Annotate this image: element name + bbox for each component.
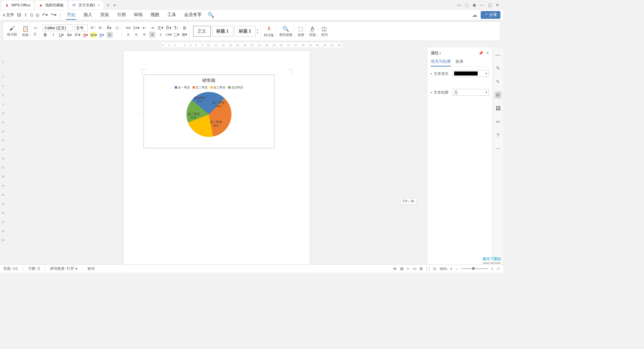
text-direction-icon[interactable]: 文▾ bbox=[157, 25, 163, 31]
align-center-icon[interactable]: ≡ bbox=[133, 32, 139, 38]
zoom-in-icon[interactable]: + bbox=[491, 267, 493, 271]
bullets-icon[interactable]: ⦁≡▾ bbox=[125, 25, 131, 31]
increase-font-icon[interactable]: A⁺ bbox=[90, 25, 96, 31]
tab-fill-outline[interactable]: 填充与轮廓 bbox=[431, 59, 451, 66]
style-h2[interactable]: 标题 2 bbox=[234, 26, 256, 37]
zoom-out-icon[interactable]: − bbox=[455, 267, 458, 271]
menu-page[interactable]: 页面 bbox=[100, 10, 110, 20]
pie-chart[interactable]: 第一季度26% 第二季度35% 第三季度22% 第四季度17% bbox=[186, 92, 231, 137]
text-fill-swatch[interactable]: ▾ bbox=[452, 70, 489, 77]
italic-icon[interactable]: I bbox=[50, 32, 56, 38]
ribbon-format-painter[interactable]: 🖌 格式刷 bbox=[6, 23, 19, 39]
chart-title[interactable]: 销售额 bbox=[147, 78, 271, 84]
menu-review[interactable]: 审阅 bbox=[133, 10, 143, 20]
minimize-icon[interactable]: — bbox=[480, 3, 484, 7]
size-select[interactable] bbox=[74, 24, 88, 31]
underline-icon[interactable]: U▾ bbox=[58, 32, 64, 38]
chart-move-handle[interactable]: ⋮⋮ bbox=[137, 111, 145, 116]
panel-close-icon[interactable]: ✕ bbox=[486, 51, 489, 55]
outline-view-icon[interactable]: ▤ bbox=[400, 266, 404, 271]
ribbon-select[interactable]: ⬚ 选择 bbox=[296, 23, 306, 39]
chart-legend[interactable]: 第一季度 第二季度 第三季度 第四季度 bbox=[147, 86, 271, 90]
line-spacing-icon[interactable]: ↕≡▾ bbox=[165, 32, 171, 38]
tab-menu-icon[interactable]: ▾ bbox=[111, 3, 118, 7]
panel-title-dropdown-icon[interactable]: ▾ bbox=[439, 52, 441, 55]
menu-tools[interactable]: 工具 bbox=[167, 10, 177, 20]
cursor-icon[interactable]: ↖ bbox=[494, 78, 502, 85]
file-menu[interactable]: ≡ 文件 bbox=[3, 12, 14, 18]
style-normal[interactable]: 正文 bbox=[193, 26, 211, 37]
ribbon-find[interactable]: 🔍 查找替换 bbox=[278, 23, 294, 39]
share-button[interactable]: ↗ 分享 bbox=[481, 11, 500, 19]
cut-icon[interactable]: ✂ bbox=[34, 26, 37, 31]
distribute-icon[interactable]: ⫴ bbox=[157, 32, 163, 38]
ribbon-paste[interactable]: 📋 粘贴 bbox=[21, 23, 31, 39]
sort-icon[interactable]: ☰▾ bbox=[165, 25, 171, 31]
expand-icon[interactable]: ▸ bbox=[431, 91, 432, 94]
zoom-label[interactable]: 90% bbox=[440, 267, 447, 271]
ribbon-arrange[interactable]: ◫ 排列 bbox=[320, 23, 329, 39]
page[interactable]: ⋮⋮ 销售额 第一季度 第二季度 第三季度 第四季度 第一季度26% 第二季度3… bbox=[123, 51, 310, 270]
status-page[interactable]: 页面: 1/1 bbox=[3, 266, 18, 271]
reading-view-icon[interactable]: ▷ bbox=[407, 266, 410, 271]
tab-effect[interactable]: 效果 bbox=[455, 59, 464, 66]
save-icon[interactable]: 🖫 bbox=[17, 12, 21, 17]
font-color-icon[interactable]: A▾ bbox=[83, 32, 89, 38]
menu-member[interactable]: 会员专享 bbox=[183, 10, 202, 20]
font-select[interactable] bbox=[42, 24, 72, 31]
status-proof[interactable]: 校对 bbox=[88, 266, 95, 271]
ime-indicator[interactable]: CH ♪ 简 bbox=[400, 198, 417, 205]
web-view-icon[interactable]: ⊞ bbox=[420, 266, 423, 271]
status-spellcheck[interactable]: 拼写检查: 打开 ▾ bbox=[50, 266, 77, 271]
document-canvas[interactable]: ⋮⋮ 销售额 第一季度 第二季度 第三季度 第四季度 第一季度26% 第二季度3… bbox=[6, 48, 427, 270]
highlight-icon[interactable]: ab▾ bbox=[91, 32, 97, 38]
decrease-font-icon[interactable]: A⁻ bbox=[98, 25, 104, 31]
strike-icon[interactable]: S̶▾ bbox=[66, 32, 72, 38]
shading-icon[interactable]: ▢▾ bbox=[173, 32, 179, 38]
settings-icon[interactable]: ⚙ bbox=[494, 91, 502, 99]
status-words[interactable]: 字数: 0 bbox=[28, 266, 40, 271]
superscript-icon[interactable]: X²▾ bbox=[74, 32, 80, 38]
numbering-icon[interactable]: 1≡▾ bbox=[133, 25, 139, 31]
ruler-horizontal[interactable]: 6422468101214161820222426283032343638404… bbox=[6, 42, 497, 48]
redo-icon[interactable]: ↷▾ bbox=[51, 12, 57, 17]
tab-add-button[interactable]: + bbox=[105, 2, 111, 8]
cloud-icon[interactable]: ☁ bbox=[472, 12, 477, 18]
image-icon[interactable]: 🖼 bbox=[494, 105, 502, 112]
style-scroll[interactable]: ▴▾ bbox=[257, 28, 258, 34]
eye-icon[interactable]: 👁 bbox=[393, 267, 397, 271]
ribbon-styleset[interactable]: Ａ 样式集 bbox=[263, 23, 276, 39]
close-window-icon[interactable]: ✕ bbox=[496, 3, 499, 7]
tools-icon[interactable]: ✂ bbox=[494, 118, 502, 126]
tabs-icon[interactable]: ⊞ bbox=[181, 25, 187, 31]
help-icon[interactable]: ? bbox=[494, 132, 502, 139]
multi-window-icon[interactable]: ▭ bbox=[457, 3, 461, 7]
menu-insert[interactable]: 插入 bbox=[83, 10, 93, 20]
menu-view[interactable]: 视图 bbox=[150, 10, 160, 20]
copy-icon[interactable]: ⎘ bbox=[34, 32, 36, 37]
tab-template[interactable]: ◆ 找稻壳模板 bbox=[35, 1, 67, 9]
tab-app[interactable]: ▮ WPS Office bbox=[1, 1, 34, 9]
borders-icon[interactable]: ⊞▾ bbox=[181, 32, 187, 38]
fit-page-icon[interactable]: ⤢ bbox=[497, 266, 500, 271]
export-icon[interactable]: ⇪ bbox=[24, 12, 28, 17]
tab-document[interactable]: W 文字文稿1 × bbox=[68, 1, 103, 9]
align-justify-icon[interactable]: ≡ bbox=[149, 32, 155, 38]
zoom-slider[interactable] bbox=[461, 268, 488, 269]
tab-close-icon[interactable]: × bbox=[98, 3, 100, 7]
more-icon[interactable]: ⋯ bbox=[494, 145, 502, 152]
ruler-vertical[interactable]: 22468101214161820222426283032343638 bbox=[0, 48, 6, 270]
preview-icon[interactable]: ◎ bbox=[36, 12, 39, 17]
maximize-icon[interactable]: ▢ bbox=[488, 3, 492, 7]
change-case-icon[interactable]: Ǎ▾ bbox=[106, 25, 112, 31]
char-shading-icon[interactable]: A bbox=[107, 32, 113, 38]
cube-icon[interactable]: ⬚ bbox=[465, 3, 469, 7]
bold-icon[interactable]: B bbox=[42, 32, 48, 38]
print-icon[interactable]: ⎙ bbox=[30, 12, 33, 17]
decrease-indent-icon[interactable]: ⇤ bbox=[141, 25, 147, 31]
increase-indent-icon[interactable]: ⇥ bbox=[149, 25, 155, 31]
search-icon[interactable]: 🔍 bbox=[208, 12, 214, 18]
ribbon-layout[interactable]: A̲ 排版 bbox=[308, 23, 318, 39]
focus-icon[interactable]: ◎ bbox=[433, 266, 436, 271]
menu-home[interactable]: 开始 bbox=[66, 10, 76, 20]
